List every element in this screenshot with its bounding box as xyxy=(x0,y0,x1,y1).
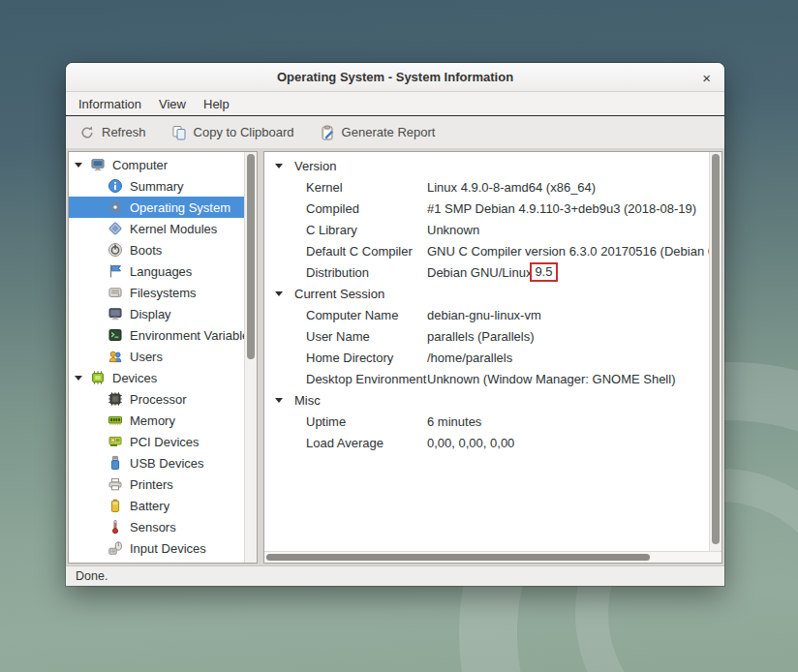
field-value: GNU C Compiler version 6.3.0 20170516 (D… xyxy=(427,244,709,259)
input-devices-icon xyxy=(107,540,123,556)
section-title: Version xyxy=(294,159,336,173)
field-row-desktop-environment[interactable]: Desktop EnvironmentUnknown (Window Manag… xyxy=(264,368,709,389)
sidebar-item-printers[interactable]: Printers xyxy=(69,473,244,495)
languages-icon xyxy=(107,263,123,279)
sidebar-item-memory[interactable]: Memory xyxy=(69,410,244,431)
content-vertical-scrollbar[interactable] xyxy=(709,152,721,551)
field-key: C Library xyxy=(306,223,427,237)
summary-icon xyxy=(107,178,123,194)
sidebar-item-languages[interactable]: Languages xyxy=(69,260,244,282)
field-row-home-directory[interactable]: Home Directory/home/parallels xyxy=(264,347,709,368)
field-value: parallels (Parallels) xyxy=(427,329,535,344)
field-value: Unknown (Window Manager: GNOME Shell) xyxy=(427,372,675,386)
section-header-version[interactable]: Version xyxy=(264,155,709,176)
menu-information[interactable]: Information xyxy=(70,97,150,111)
battery-icon xyxy=(107,498,123,513)
sidebar-item-label: Kernel Modules xyxy=(130,222,217,236)
memory-icon xyxy=(107,412,123,428)
sidebar-item-users[interactable]: Users xyxy=(69,346,244,367)
content-horizontal-scrollbar-thumb[interactable] xyxy=(266,554,650,561)
sidebar-item-label: Boots xyxy=(130,243,162,258)
sidebar-item-label: Devices xyxy=(112,371,157,385)
generate-report-button[interactable]: Generate Report xyxy=(316,122,440,143)
window-title: Operating System - System Information xyxy=(277,70,513,84)
field-row-kernel[interactable]: KernelLinux 4.9.0-8-amd64 (x86_64) xyxy=(264,176,709,198)
field-key: Computer Name xyxy=(306,308,427,322)
field-value: Debian GNU/Linux xyxy=(427,265,532,280)
expander-icon[interactable] xyxy=(75,376,82,381)
report-icon xyxy=(320,125,335,140)
menu-view[interactable]: View xyxy=(150,97,195,111)
filesystems-icon xyxy=(107,285,123,300)
sidebar-item-filesystems[interactable]: Filesystems xyxy=(69,282,244,303)
field-row-distribution[interactable]: DistributionDebian GNU/Linux9.5 xyxy=(264,261,709,283)
menu-help[interactable]: Help xyxy=(195,97,238,111)
sidebar-scrollbar[interactable] xyxy=(244,152,257,563)
status-bar: Done. xyxy=(66,565,724,586)
system-information-window: Operating System - System Information × … xyxy=(66,63,724,586)
sidebar-item-label: Battery xyxy=(130,499,169,513)
field-row-user-name[interactable]: User Nameparallels (Parallels) xyxy=(264,325,709,347)
sidebar-item-input-devices[interactable]: Input Devices xyxy=(69,537,244,559)
field-key: Home Directory xyxy=(306,351,427,365)
toolbar-button-label: Generate Report xyxy=(342,125,436,139)
sidebar-scrollbar-thumb[interactable] xyxy=(247,154,255,359)
environment-variables-icon xyxy=(107,327,123,343)
section-header-misc[interactable]: Misc xyxy=(264,389,709,411)
sidebar-item-sensors[interactable]: Sensors xyxy=(69,516,244,537)
field-value: Unknown xyxy=(427,223,479,237)
sidebar-item-computer[interactable]: Computer xyxy=(69,154,244,175)
sidebar-item-usb-devices[interactable]: USB Devices xyxy=(69,452,244,473)
expander-icon[interactable] xyxy=(275,398,283,403)
main-area: ComputerSummaryOperating SystemKernel Mo… xyxy=(66,149,724,565)
sidebar-item-display[interactable]: Display xyxy=(69,303,244,324)
field-key: Kernel xyxy=(306,180,427,195)
sidebar-item-label: Filesystems xyxy=(130,286,197,300)
content-vertical-scrollbar-thumb[interactable] xyxy=(712,154,720,544)
status-text: Done. xyxy=(76,569,107,583)
field-value: #1 SMP Debian 4.9.110-3+deb9u3 (2018-08-… xyxy=(427,201,696,216)
field-value: Linux 4.9.0-8-amd64 (x86_64) xyxy=(427,180,596,195)
sidebar-item-battery[interactable]: Battery xyxy=(69,495,244,516)
field-key: Compiled xyxy=(306,201,427,216)
processor-icon xyxy=(107,391,123,407)
sidebar-item-label: Memory xyxy=(130,413,175,428)
section-header-current-session[interactable]: Current Session xyxy=(264,283,709,304)
sidebar-item-processor[interactable]: Processor xyxy=(69,388,244,410)
content-panel: VersionKernelLinux 4.9.0-8-amd64 (x86_64… xyxy=(263,151,722,564)
sidebar-item-environment-variables[interactable]: Environment Variables xyxy=(69,324,244,346)
field-key: User Name xyxy=(306,329,427,344)
field-row-computer-name[interactable]: Computer Namedebian-gnu-linux-vm xyxy=(264,304,709,325)
copy-icon xyxy=(171,125,187,140)
field-key: Distribution xyxy=(306,265,427,280)
display-icon xyxy=(107,306,123,321)
expander-icon[interactable] xyxy=(275,291,283,296)
sidebar-item-boots[interactable]: Boots xyxy=(69,239,244,260)
content-rows: VersionKernelLinux 4.9.0-8-amd64 (x86_64… xyxy=(264,152,709,551)
sidebar-item-label: PCI Devices xyxy=(130,435,200,449)
titlebar[interactable]: Operating System - System Information × xyxy=(66,63,724,92)
copy-to-clipboard-button[interactable]: Copy to Clipboard xyxy=(168,122,298,143)
sidebar-item-devices[interactable]: Devices xyxy=(69,367,244,388)
devices-icon xyxy=(90,370,106,385)
toolbar: Refresh Copy to Clipboard Generate Repor… xyxy=(66,116,724,149)
sidebar-item-summary[interactable]: Summary xyxy=(69,175,244,197)
content-horizontal-scrollbar[interactable] xyxy=(264,551,721,563)
sidebar-item-kernel-modules[interactable]: Kernel Modules xyxy=(69,218,244,239)
expander-icon[interactable] xyxy=(75,163,82,168)
sidebar-item-label: Computer xyxy=(112,158,168,172)
field-row-default-c-compiler[interactable]: Default C CompilerGNU C Compiler version… xyxy=(264,240,709,261)
sidebar-item-pci-devices[interactable]: PCI Devices xyxy=(69,431,244,452)
section-title: Misc xyxy=(294,393,321,408)
toolbar-button-label: Refresh xyxy=(102,125,146,139)
field-row-load-average[interactable]: Load Average0,00, 0,00, 0,00 xyxy=(264,432,709,453)
field-row-c-library[interactable]: C LibraryUnknown xyxy=(264,219,709,240)
sidebar-item-label: Environment Variables xyxy=(130,328,244,343)
refresh-button[interactable]: Refresh xyxy=(76,122,150,143)
field-row-compiled[interactable]: Compiled#1 SMP Debian 4.9.110-3+deb9u3 (… xyxy=(264,198,709,219)
expander-icon[interactable] xyxy=(275,164,283,168)
close-icon[interactable]: × xyxy=(702,70,711,84)
sidebar-item-operating-system[interactable]: Operating System xyxy=(69,197,244,218)
field-key: Uptime xyxy=(306,414,427,429)
field-row-uptime[interactable]: Uptime6 minutes xyxy=(264,411,709,432)
